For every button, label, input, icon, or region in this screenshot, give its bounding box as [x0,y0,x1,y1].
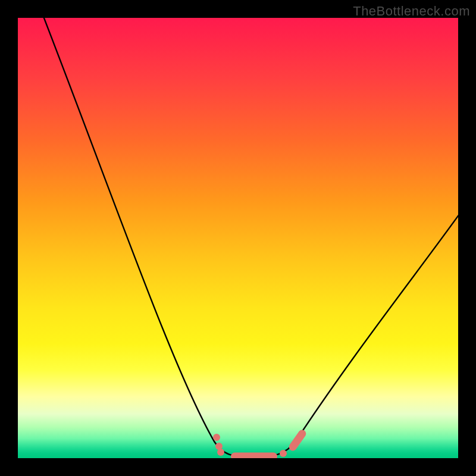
chart-frame: TheBottleneck.com [0,0,476,476]
marker-dot [280,450,287,457]
marker-capsule [231,453,277,459]
marker-dot [217,449,224,456]
marker-dot [213,434,220,441]
marker-capsule [287,428,308,452]
curve-layer [18,18,458,458]
bottleneck-curve [42,18,458,457]
plot-area [18,18,458,458]
watermark-text: TheBottleneck.com [353,4,470,19]
